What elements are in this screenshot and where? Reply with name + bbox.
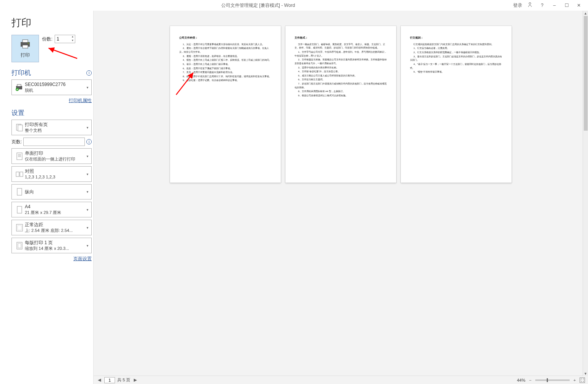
fit-to-window-icon[interactable]: ⛶	[580, 378, 585, 383]
svg-point-0	[529, 2, 531, 4]
duplex-icon	[14, 152, 25, 160]
vertical-scrollbar[interactable]: ▲ ▼	[583, 11, 588, 376]
page-setup-link[interactable]: 页面设置	[11, 256, 92, 262]
scroll-up-icon[interactable]: ▲	[583, 11, 588, 16]
print-preview-area: 公司文件种类： 1、决定：适用于对公司重要事项或重大变动做出的安排、奖惩有关部门…	[94, 11, 588, 384]
maximize-button[interactable]: ☐	[560, 3, 573, 8]
page-body-1: 1、决定：适用于对公司重要事项或重大变动做出的安排、奖惩有关部门及人员。2、通知…	[179, 42, 272, 82]
help-button[interactable]: ?	[536, 3, 548, 8]
scrollbar-thumb[interactable]	[584, 16, 588, 131]
orientation-select[interactable]: 纵向	[11, 184, 92, 199]
next-page-button[interactable]: ▶	[133, 378, 138, 382]
printer-status-icon	[14, 84, 25, 91]
paper-size-select[interactable]: A4 21 厘米 x 29.7 厘米	[11, 202, 92, 217]
copies-label: 份数:	[42, 36, 52, 42]
zoom-in-button[interactable]: +	[572, 378, 577, 382]
minimize-button[interactable]: –	[548, 3, 560, 8]
svg-rect-3	[23, 45, 28, 48]
info-icon[interactable]: i	[86, 70, 92, 76]
svg-rect-15	[20, 172, 23, 177]
title-bar: 公司文件管理规定 [兼容模式] - Word 登录 ? – ☐ ✕	[0, 0, 588, 11]
svg-rect-9	[18, 125, 23, 131]
print-button-label: 打印	[21, 52, 30, 58]
settings-section-label: 设置	[11, 109, 24, 117]
printer-select[interactable]: SEC0015999C2776 脱机	[11, 79, 92, 95]
zoom-level: 44%	[517, 378, 525, 382]
document-title: 公司文件管理规定 [兼容模式] - Word	[3, 2, 513, 9]
page-preview-1: 公司文件种类： 1、决定：适用于对公司重要事项或重大变动做出的安排、奖惩有关部门…	[170, 26, 281, 183]
page-body-2: 文件一般由发文部门、秘密等级、紧急程度、发文字号、签发人、标题、主送部门、正文、…	[295, 42, 387, 97]
page-body-3: 行文规则是指根据发文部门与收文部门之间的关系确定下来的行文制度和原则。1、行文应…	[410, 42, 502, 74]
page-preview-2: 文件格式： 文件一般由发文部门、秘密等级、紧急程度、发文字号、签发人、标题、主送…	[285, 26, 396, 183]
pages-per-sheet-icon	[14, 241, 25, 250]
pages-icon	[14, 123, 25, 132]
close-button[interactable]: ✕	[573, 3, 585, 8]
collate-select[interactable]: 对照 1,2,3 1,2,3 1,2,3	[11, 166, 92, 182]
info-icon[interactable]: i	[86, 139, 92, 144]
signin-button[interactable]: 登录	[513, 2, 522, 9]
print-scope-select[interactable]: 打印所有页 整个文档	[11, 120, 92, 135]
svg-rect-17	[17, 206, 22, 213]
print-settings-panel: 打印 打印 份数: ▴ ▾ 打印机 i	[0, 11, 94, 384]
current-page-input[interactable]	[104, 377, 115, 383]
prev-page-button[interactable]: ◀	[97, 378, 102, 382]
duplex-select[interactable]: 单面打印 仅在纸面的一侧上进行打印	[11, 148, 92, 164]
printer-name: SEC0015999C2776	[25, 81, 66, 87]
copies-stepper[interactable]: ▴ ▾	[70, 35, 75, 43]
share-icon[interactable]	[524, 2, 536, 9]
scroll-down-icon[interactable]: ▼	[583, 371, 588, 376]
svg-rect-6	[17, 84, 21, 86]
printer-properties-link[interactable]: 打印机属性	[11, 97, 92, 104]
zoom-out-button[interactable]: −	[528, 378, 533, 382]
stepper-down-icon[interactable]: ▾	[70, 39, 75, 43]
printer-status: 脱机	[25, 87, 66, 93]
printer-section-label: 打印机	[11, 68, 31, 77]
pages-label: 页数:	[11, 139, 22, 145]
pages-input[interactable]	[23, 138, 85, 146]
svg-rect-2	[23, 40, 28, 42]
svg-point-4	[28, 42, 29, 44]
svg-rect-16	[17, 188, 22, 195]
zoom-slider[interactable]	[535, 379, 570, 381]
paper-icon	[14, 206, 25, 214]
total-pages-label: 共 5 页	[117, 377, 130, 383]
svg-rect-14	[16, 172, 19, 177]
printer-icon	[19, 39, 31, 49]
collate-icon	[14, 170, 25, 178]
margins-icon	[14, 224, 25, 232]
print-button[interactable]: 打印	[11, 35, 39, 62]
screen-title: 打印	[11, 16, 92, 29]
pages-per-sheet-select[interactable]: 每版打印 1 页 缩放到 14 厘米 x 20.3...	[11, 238, 92, 253]
svg-rect-10	[17, 153, 22, 160]
orientation-portrait-icon	[14, 188, 25, 196]
page-preview-3: 行文规则： 行文规则是指根据发文部门与收文部门之间的关系确定下来的行文制度和原则…	[401, 26, 512, 183]
margins-select[interactable]: 正常边距 上: 2.54 厘米 底部: 2.54...	[11, 220, 92, 235]
preview-footer: ◀ 共 5 页 ▶ 44% − + ⛶	[94, 376, 588, 384]
